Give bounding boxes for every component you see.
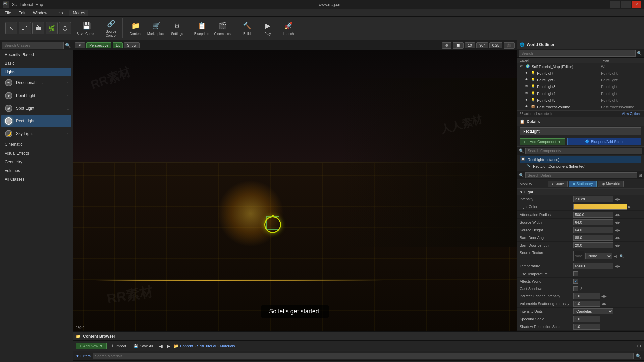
attenuation-input[interactable] xyxy=(573,212,613,218)
intensity-input[interactable] xyxy=(573,196,613,202)
static-btn[interactable]: ● Static xyxy=(548,181,568,187)
play-button[interactable]: ▶ Play xyxy=(258,19,278,38)
barn-door-angle-arrow[interactable]: ◀▶ xyxy=(614,236,621,240)
comp-item-instance[interactable]: 🔲 RectLight(Instance) xyxy=(520,156,641,163)
viewport[interactable]: ▼ Perspective Lit Show ⚙ 🔲 10 90° 0.25 🎥 xyxy=(73,40,517,331)
source-width-input[interactable] xyxy=(573,219,613,225)
show-btn[interactable]: Show xyxy=(124,42,140,48)
details-name-input[interactable] xyxy=(520,127,641,135)
cb-forward-btn[interactable]: ▶ xyxy=(165,343,172,349)
launch-button[interactable]: 🚀 Launch xyxy=(278,19,299,38)
source-width-arrow[interactable]: ◀▶ xyxy=(614,221,621,224)
barn-door-length-input[interactable] xyxy=(573,242,613,248)
blueprints-button[interactable]: 📋 Blueprints xyxy=(192,19,212,38)
viewport-menu-btn[interactable]: ▼ xyxy=(75,42,85,48)
volumetric-scattering-input[interactable] xyxy=(573,301,600,307)
barn-door-length-arrow[interactable]: ◀▶ xyxy=(614,244,621,247)
temperature-arrow[interactable]: ◀▶ xyxy=(614,264,621,268)
affects-world-checkbox[interactable] xyxy=(573,279,578,284)
save-all-button[interactable]: 💾 Save All xyxy=(131,343,156,349)
light-item-point[interactable]: ● Point Light ℹ xyxy=(1,89,71,102)
menu-edit[interactable]: Edit xyxy=(15,10,29,16)
cb-path-content[interactable]: Content xyxy=(180,344,193,348)
shadow-res-scale-input[interactable] xyxy=(573,324,600,330)
cb-back-btn[interactable]: ◀ xyxy=(158,343,164,349)
menu-window[interactable]: Window xyxy=(30,10,51,16)
foliage-tool[interactable]: 🌿 xyxy=(46,22,58,34)
outliner-row-pl3[interactable]: 👁 💡 PointLight3 PointLight xyxy=(517,83,644,90)
nav-lights[interactable]: Lights xyxy=(1,68,71,76)
vp-scale-btn[interactable]: 0.25 xyxy=(489,42,502,48)
content-button[interactable]: 📁 Content xyxy=(125,19,146,38)
source-height-input[interactable] xyxy=(573,227,613,233)
spot-light-info[interactable]: ℹ xyxy=(67,107,69,110)
outliner-row-pl5[interactable]: 👁 💡 PointLight5 PointLight xyxy=(517,97,644,104)
volumetric-scattering-arrow[interactable]: ◀▶ xyxy=(601,302,607,306)
use-temperature-checkbox[interactable] xyxy=(573,272,578,276)
select-tool[interactable]: ↖ xyxy=(5,22,17,34)
nav-geometry[interactable]: Geometry xyxy=(1,158,71,166)
stationary-btn[interactable]: ◆ Stationary xyxy=(569,181,597,187)
directional-light-info[interactable]: ℹ xyxy=(67,81,69,85)
outliner-row-pl4[interactable]: 👁 💡 PointLight4 PointLight xyxy=(517,90,644,97)
lit-btn[interactable]: Lit xyxy=(113,42,123,48)
close-button[interactable]: ✕ xyxy=(632,1,641,8)
texture-search[interactable]: 🔍 xyxy=(619,254,624,258)
light-item-directional[interactable]: ☀ Directional Li... ℹ xyxy=(1,77,71,89)
perspective-btn[interactable]: Perspective xyxy=(86,42,111,48)
outliner-row-pl2[interactable]: 👁 💡 PointLight2 PointLight xyxy=(517,77,644,83)
add-component-button[interactable]: + + Add Component ▼ xyxy=(520,138,565,145)
vp-camera-btn[interactable]: 🎥 xyxy=(504,42,515,49)
light-section-header[interactable]: ▼ Light xyxy=(517,189,644,195)
sky-light-info[interactable]: ℹ xyxy=(67,132,69,136)
view-options-link[interactable]: View Options xyxy=(622,112,641,116)
source-height-arrow[interactable]: ◀▶ xyxy=(614,228,621,232)
menu-file[interactable]: File xyxy=(1,10,14,16)
menu-help[interactable]: Help xyxy=(51,10,66,16)
settings-button[interactable]: ⚙ Settings xyxy=(167,19,187,38)
cb-filters-btn[interactable]: ▼ Filters xyxy=(76,354,91,358)
add-new-button[interactable]: + Add New ▼ xyxy=(76,343,107,349)
outliner-row-map[interactable]: 👁 🌍 ScifiTutorial_Map (Editor) World xyxy=(517,63,644,70)
texture-prev[interactable]: ◀ xyxy=(613,254,618,258)
color-arrow[interactable]: ▶ xyxy=(628,205,632,209)
light-color-swatch[interactable] xyxy=(573,204,627,210)
specular-scale-input[interactable] xyxy=(573,316,600,322)
save-current-button[interactable]: 💾 Save Current xyxy=(76,19,97,38)
cb-path-tutorial[interactable]: ScifiTutorial xyxy=(197,344,216,348)
component-search-input[interactable] xyxy=(525,148,642,154)
maximize-button[interactable]: □ xyxy=(621,1,631,8)
details-layout-icon[interactable]: ⊞ xyxy=(639,173,642,178)
movable-btn[interactable]: ◉ Movable xyxy=(598,181,624,187)
blueprint-script-button[interactable]: 🔷 Blueprint/Add Script xyxy=(567,138,641,145)
search-classes-input[interactable] xyxy=(2,42,64,49)
comp-item-inherited[interactable]: 🔧 RectLightComponent (Inherited) xyxy=(520,163,641,170)
build-button[interactable]: 🔨 Build xyxy=(237,19,257,38)
outliner-row-pl1[interactable]: 👁 💡 PointLight PointLight xyxy=(517,70,644,77)
light-item-sky[interactable]: 🌙 Sky Light ℹ xyxy=(1,128,71,140)
indirect-lighting-arrow[interactable]: ◀▶ xyxy=(601,294,607,298)
vp-angle-btn[interactable]: 90° xyxy=(476,42,488,48)
cb-settings-btn[interactable]: ⚙ xyxy=(637,343,641,349)
barn-door-angle-input[interactable] xyxy=(573,235,613,241)
source-control-button[interactable]: 🔗 Source Control xyxy=(101,19,121,38)
marketplace-button[interactable]: 🛒 Marketplace xyxy=(146,19,166,38)
light-item-spot[interactable]: ◉ Spot Light ℹ xyxy=(1,102,71,114)
paint-tool[interactable]: 🖊 xyxy=(19,22,31,34)
point-light-info[interactable]: ℹ xyxy=(67,94,69,98)
nav-basic[interactable]: Basic xyxy=(1,59,71,67)
minimize-button[interactable]: ─ xyxy=(610,1,620,8)
indirect-lighting-input[interactable] xyxy=(573,293,600,299)
temperature-input[interactable] xyxy=(573,263,613,269)
texture-preview[interactable]: None xyxy=(573,251,584,261)
terrain-tool[interactable]: 🏔 xyxy=(32,22,44,34)
intensity-units-select[interactable]: Candelas Lumens EV xyxy=(573,308,613,314)
cb-search-input[interactable] xyxy=(93,353,634,359)
nav-cinematic[interactable]: Cinematic xyxy=(1,140,71,148)
geometry-tool[interactable]: ⬡ xyxy=(59,22,71,34)
vp-snap-btn[interactable]: 🔲 xyxy=(453,42,464,49)
cinematics-button[interactable]: 🎬 Cinematics xyxy=(212,19,232,38)
nav-visual-effects[interactable]: Visual Effects xyxy=(1,149,71,157)
cast-shadows-reset[interactable]: ↺ xyxy=(579,287,583,290)
attenuation-arrow[interactable]: ◀▶ xyxy=(614,213,621,217)
